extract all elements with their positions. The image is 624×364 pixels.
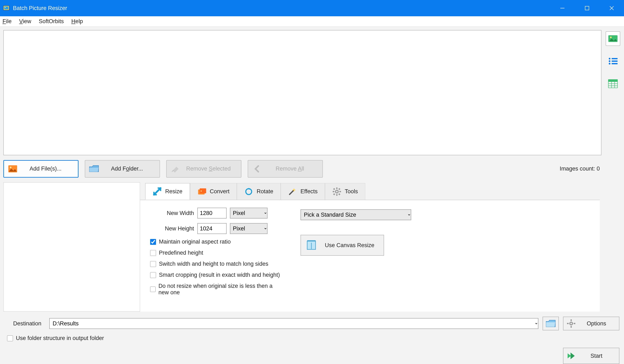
options-label: Options	[579, 320, 619, 327]
svg-point-26	[10, 167, 11, 168]
add-folder-button[interactable]: Add Folder...	[85, 160, 160, 178]
convert-icon	[197, 187, 207, 196]
tab-convert-label: Convert	[210, 188, 230, 195]
resize-panel: New Width Pixel New Height Pixel Maintai…	[140, 200, 600, 312]
add-files-button[interactable]: Add File(s)...	[3, 160, 78, 178]
folder-structure-checkbox[interactable]	[7, 335, 13, 341]
predefined-height-label: Predefined height	[159, 250, 203, 256]
svg-rect-33	[336, 194, 338, 196]
tab-resize[interactable]: Resize	[145, 183, 190, 200]
effects-icon	[288, 187, 297, 196]
smart-cropping-label: Smart cropping (result in exact width an…	[159, 272, 280, 278]
destination-label: Destination	[3, 320, 45, 327]
rotate-icon	[244, 187, 253, 196]
svg-rect-15	[608, 79, 618, 82]
tab-rotate[interactable]: Rotate	[237, 183, 281, 200]
svg-rect-45	[571, 319, 572, 321]
svg-rect-14	[612, 63, 618, 64]
destination-select[interactable]: D:\Results	[49, 318, 538, 329]
menu-softorbits[interactable]: SoftOrbits	[39, 18, 64, 25]
no-resize-smaller-label: Do not resize when original size is less…	[158, 283, 284, 296]
close-button[interactable]	[599, 0, 624, 16]
menubar: File View SoftOrbits Help	[0, 16, 624, 27]
maintain-aspect-label: Maintain original aspect ratio	[159, 239, 231, 245]
grid-view-button[interactable]	[606, 76, 620, 91]
svg-point-29	[201, 190, 202, 192]
image-icon	[4, 165, 22, 173]
add-files-label: Add File(s)...	[22, 166, 78, 172]
folder-structure-label: Use folder structure in output folder	[16, 335, 104, 341]
new-height-input[interactable]	[197, 223, 227, 234]
window-title: Batch Picture Resizer	[13, 5, 67, 11]
start-label: Start	[579, 353, 619, 359]
list-view-button[interactable]	[606, 54, 620, 69]
height-unit-select[interactable]: Pixel	[230, 223, 267, 234]
switch-long-sides-checkbox[interactable]	[150, 261, 156, 267]
gear-icon	[563, 319, 579, 328]
add-folder-label: Add Folder...	[103, 166, 159, 172]
svg-rect-42	[307, 240, 315, 242]
smart-cropping-checkbox[interactable]	[150, 272, 156, 278]
svg-rect-37	[338, 188, 340, 190]
svg-point-30	[246, 189, 252, 194]
width-unit-select[interactable]: Pixel	[230, 208, 267, 218]
images-count-label: Images count: 0	[560, 166, 621, 172]
main-area: Add File(s)... Add Folder... Remove Sele…	[0, 27, 624, 364]
svg-rect-28	[200, 188, 206, 193]
start-button[interactable]: Start	[563, 348, 619, 364]
svg-rect-47	[567, 323, 569, 324]
options-button[interactable]: Options	[563, 317, 619, 330]
chevron-left-icon	[248, 165, 266, 173]
svg-rect-48	[574, 323, 575, 324]
gear-icon	[332, 187, 341, 196]
svg-point-9	[609, 58, 610, 59]
standard-size-select[interactable]: Pick a Standard Size	[301, 209, 411, 220]
switch-long-sides-label: Switch width and height to match long si…	[159, 261, 268, 267]
tab-rotate-label: Rotate	[257, 188, 273, 195]
thumbnail-view-button[interactable]	[606, 31, 620, 46]
maximize-button[interactable]	[575, 0, 599, 16]
new-width-input[interactable]	[197, 208, 227, 218]
new-height-label: New Height	[150, 225, 194, 232]
secondary-panel	[3, 182, 140, 312]
minimize-button[interactable]	[550, 0, 575, 16]
canvas-resize-button[interactable]: Use Canvas Resize	[301, 235, 384, 256]
svg-point-8	[610, 37, 612, 38]
preview-pane[interactable]	[3, 30, 601, 155]
svg-rect-35	[339, 191, 341, 192]
svg-point-40	[336, 191, 338, 193]
remove-selected-label: Remove Selected	[184, 166, 241, 172]
svg-point-11	[609, 60, 610, 62]
svg-rect-4	[585, 6, 589, 10]
svg-rect-1	[4, 6, 8, 9]
menu-file[interactable]: File	[2, 18, 12, 25]
svg-rect-32	[336, 187, 338, 189]
remove-all-button: Remove All	[248, 160, 323, 178]
menu-view[interactable]: View	[19, 18, 31, 25]
tab-resize-label: Resize	[165, 188, 182, 195]
tab-tools-label: Tools	[345, 188, 358, 195]
remove-all-label: Remove All	[266, 166, 322, 172]
svg-point-2	[5, 7, 6, 8]
svg-rect-34	[333, 191, 334, 192]
svg-rect-36	[333, 188, 335, 190]
resize-icon	[153, 187, 162, 196]
canvas-resize-label: Use Canvas Resize	[322, 242, 384, 249]
svg-rect-46	[571, 326, 572, 328]
play-icon	[563, 351, 579, 361]
new-width-label: New Width	[150, 210, 194, 217]
eraser-icon	[167, 165, 184, 173]
tab-effects[interactable]: Effects	[281, 183, 325, 200]
tab-tools[interactable]: Tools	[325, 183, 365, 200]
view-mode-buttons	[605, 30, 621, 155]
no-resize-smaller-checkbox[interactable]	[150, 286, 156, 292]
predefined-height-checkbox[interactable]	[150, 250, 156, 256]
app-icon	[2, 4, 10, 12]
menu-help[interactable]: Help	[71, 18, 83, 25]
tab-effects-label: Effects	[301, 188, 318, 195]
maintain-aspect-checkbox[interactable]	[150, 239, 156, 245]
tab-convert[interactable]: Convert	[190, 183, 237, 200]
svg-rect-10	[612, 58, 618, 59]
svg-rect-39	[338, 193, 340, 195]
browse-destination-button[interactable]	[543, 317, 559, 330]
